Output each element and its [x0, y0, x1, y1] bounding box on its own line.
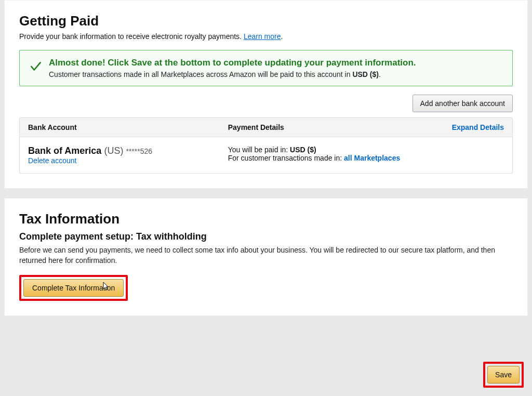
paid-in-value: USD ($): [290, 146, 316, 154]
table-header: Bank Account Payment Details Expand Deta…: [20, 118, 512, 137]
alert-body-suffix: .: [379, 70, 381, 78]
subtext-prefix: Provide your bank information to receive…: [19, 32, 244, 41]
getting-paid-subtext: Provide your bank information to receive…: [19, 32, 513, 41]
col-header-payment: Payment Details: [228, 123, 426, 131]
save-button[interactable]: Save: [487, 366, 520, 384]
save-button-wrap: Save: [483, 362, 524, 388]
alert-body-currency: USD ($): [352, 70, 379, 78]
bank-mask: *****526: [126, 147, 152, 155]
tax-information-panel: Tax Information Complete payment setup: …: [4, 198, 528, 316]
add-bank-account-button[interactable]: Add another bank account: [413, 95, 513, 112]
txn-prefix: For customer transactions made in:: [228, 154, 344, 162]
txn-row: For customer transactions made in: all M…: [228, 154, 426, 162]
bank-name-text: Bank of America: [28, 146, 101, 156]
success-alert: Almost done! Click Save at the bottom to…: [19, 50, 513, 86]
bank-accounts-table: Bank Account Payment Details Expand Deta…: [19, 117, 513, 174]
paid-in-row: You will be paid in: USD ($): [228, 146, 426, 154]
tax-button-label: Complete Tax Information: [32, 284, 115, 292]
tax-paragraph: Before we can send you payments, we need…: [19, 245, 497, 266]
getting-paid-title: Getting Paid: [19, 13, 513, 29]
paid-in-prefix: You will be paid in:: [228, 146, 290, 154]
tax-button-highlight: Complete Tax Information: [19, 275, 128, 301]
alert-body: Customer transactions made in all Market…: [49, 70, 504, 78]
getting-paid-panel: Getting Paid Provide your bank informati…: [4, 0, 528, 189]
add-bank-row: Add another bank account: [19, 95, 513, 112]
all-marketplaces-link[interactable]: all Marketplaces: [344, 154, 400, 162]
alert-body-prefix: Customer transactions made in all Market…: [49, 70, 352, 78]
delete-account-link[interactable]: Delete account: [28, 156, 76, 165]
expand-details-link[interactable]: Expand Details: [452, 123, 504, 131]
alert-headline: Almost done! Click Save at the bottom to…: [49, 58, 504, 68]
save-button-highlight: Save: [483, 362, 524, 388]
bank-name: Bank of America (US) *****526: [28, 146, 228, 156]
bank-country: (US): [104, 146, 123, 156]
col-header-bank: Bank Account: [28, 123, 228, 131]
learn-more-link[interactable]: Learn more: [244, 32, 281, 41]
subtext-suffix: .: [281, 32, 283, 41]
complete-tax-information-button[interactable]: Complete Tax Information: [23, 279, 124, 297]
checkmark-icon: [29, 60, 43, 73]
tax-title: Tax Information: [19, 211, 513, 227]
tax-subtitle: Complete payment setup: Tax withholding: [19, 231, 513, 242]
table-row: Bank of America (US) *****526 Delete acc…: [20, 137, 512, 173]
